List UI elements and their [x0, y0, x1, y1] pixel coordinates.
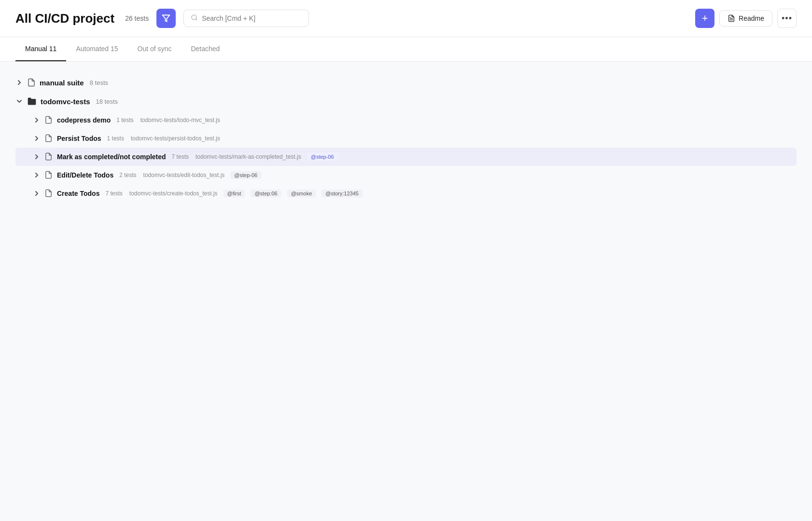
tests-count: 26 tests: [125, 14, 149, 22]
tag-story: @story:12345: [322, 190, 363, 197]
readme-label: Readme: [739, 14, 764, 22]
tab-detached-label: Detached: [191, 45, 220, 53]
more-dots: •••: [782, 14, 792, 24]
more-button[interactable]: •••: [777, 9, 797, 28]
test-row-edit[interactable]: Edit/Delete Todos 2 tests todomvc-tests/…: [15, 166, 797, 184]
test-name-edit: Edit/Delete Todos: [57, 171, 113, 179]
readme-button[interactable]: Readme: [719, 10, 772, 27]
header-actions: + Readme •••: [695, 9, 797, 28]
tab-manual-count: 11: [49, 45, 57, 53]
test-name-codepress: codepress demo: [57, 116, 111, 124]
suite-name-manual: manual suite: [40, 79, 84, 87]
suite-name-todomvc: todomvc-tests: [41, 97, 90, 106]
chevron-right-icon-create: [33, 190, 41, 197]
tab-automated[interactable]: Automated 15: [66, 37, 127, 61]
tab-automated-count: 15: [111, 45, 118, 53]
chevron-down-icon: [15, 97, 23, 105]
chevron-right-icon-mark: [33, 153, 41, 161]
chevron-right-icon-persist: [33, 135, 41, 142]
filter-button[interactable]: [156, 9, 176, 28]
filter-icon: [162, 14, 170, 23]
tabs: Manual 11 Automated 15 Out of sync Detac…: [0, 37, 812, 62]
test-count-mark: 7 tests: [172, 153, 189, 160]
test-name-mark: Mark as completed/not completed: [57, 153, 166, 161]
test-path-persist: todomvc-tests/persist-todos_test.js: [131, 135, 220, 142]
chevron-right-icon-edit: [33, 171, 41, 179]
chevron-right-icon: [15, 79, 23, 86]
test-count-edit: 2 tests: [119, 172, 136, 178]
test-row-create[interactable]: Create Todos 7 tests todomvc-tests/creat…: [15, 184, 797, 203]
chevron-right-icon-codepress: [33, 116, 41, 124]
test-path-mark: todomvc-tests/mark-as-completed_test.js: [196, 153, 301, 160]
file-icon-codepress: [44, 116, 53, 124]
tag-step06-mark: @step-06: [307, 153, 338, 161]
test-count-codepress: 1 tests: [116, 117, 133, 123]
add-button[interactable]: +: [695, 9, 714, 28]
test-name-create: Create Todos: [57, 190, 99, 197]
suite-count-todomvc: 18 tests: [96, 98, 118, 105]
test-path-create: todomvc-tests/create-todos_test.js: [129, 190, 218, 197]
test-row-mark-completed[interactable]: Mark as completed/not completed 7 tests …: [15, 148, 797, 166]
search-input[interactable]: [202, 14, 302, 22]
suite-row-todomvc[interactable]: todomvc-tests 18 tests: [15, 92, 797, 111]
tab-automated-label: Automated: [76, 45, 109, 53]
test-count-create: 7 tests: [105, 190, 122, 197]
search-box: [183, 10, 309, 27]
tag-step06-create: @step:06: [251, 190, 281, 197]
file-icon-create: [44, 189, 53, 198]
test-row-codepress[interactable]: codepress demo 1 tests todomvc-tests/tod…: [15, 111, 797, 129]
suite-count-manual: 8 tests: [90, 79, 108, 86]
file-icon-edit: [44, 171, 53, 179]
suite-row-manual[interactable]: manual suite 8 tests: [15, 73, 797, 92]
header: All CI/CD project 26 tests + Readme •••: [0, 0, 812, 37]
tab-manual-label: Manual: [25, 45, 47, 53]
tag-smoke: @smoke: [287, 190, 316, 197]
tab-detached[interactable]: Detached: [181, 37, 229, 61]
test-row-persist[interactable]: Persist Todos 1 tests todomvc-tests/pers…: [15, 129, 797, 148]
svg-line-2: [196, 19, 197, 20]
test-path-edit: todomvc-tests/edit-todos_test.js: [143, 172, 225, 178]
tab-manual[interactable]: Manual 11: [15, 37, 66, 61]
readme-icon: [728, 14, 735, 22]
page-title: All CI/CD project: [15, 11, 114, 26]
file-icon-mark: [44, 152, 53, 161]
file-icon: [27, 78, 36, 87]
tag-step06-edit: @step-06: [230, 171, 261, 179]
main-content: manual suite 8 tests todomvc-tests 18 te…: [0, 62, 812, 214]
svg-marker-0: [163, 15, 170, 22]
folder-icon: [27, 96, 37, 106]
tab-out-of-sync-label: Out of sync: [138, 45, 172, 53]
test-count-persist: 1 tests: [107, 135, 124, 142]
test-path-codepress: todomvc-tests/todo-mvc_test.js: [140, 117, 220, 123]
tag-first: @first: [224, 190, 245, 197]
search-icon: [191, 14, 198, 23]
test-name-persist: Persist Todos: [57, 135, 101, 142]
file-icon-persist: [44, 134, 53, 143]
tab-out-of-sync[interactable]: Out of sync: [128, 37, 182, 61]
